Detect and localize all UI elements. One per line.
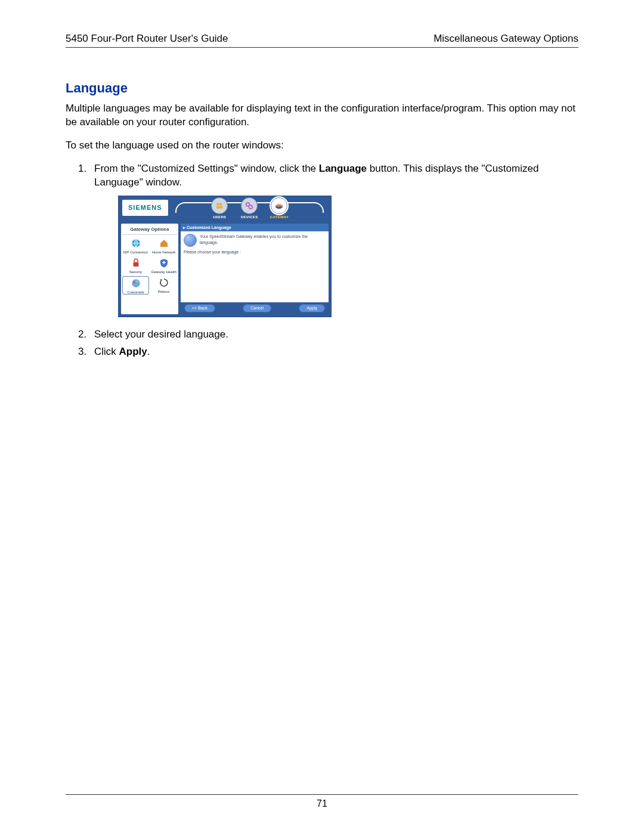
home-network-icon: [157, 237, 171, 250]
devices-icon: [241, 197, 258, 214]
svg-point-4: [249, 205, 253, 209]
section-title: Language: [66, 80, 578, 96]
sidebar-item-health[interactable]: Gateway Health: [150, 256, 177, 274]
customize-icon: [129, 277, 143, 290]
panel-intro-text: Your SpeedStream Gateway enables you to …: [200, 234, 326, 245]
language-globe-icon: [184, 234, 197, 247]
gateway-options-sidebar: Gateway Options ISP Connection Home Netw…: [121, 224, 178, 314]
svg-point-8: [133, 281, 135, 283]
sidebar-item-home[interactable]: Home Network: [150, 237, 177, 255]
page-footer: 71: [66, 794, 578, 809]
back-button[interactable]: << Back: [184, 304, 215, 312]
cancel-button[interactable]: Cancel: [243, 304, 271, 312]
brand-logo: SIEMENS: [122, 200, 168, 216]
content-panel: ▸ Customized Language Your SpeedStream G…: [181, 224, 329, 314]
panel-footer: << Back Cancel Apply: [181, 302, 329, 314]
svg-rect-2: [216, 206, 223, 208]
step-2: Select your desired language.: [89, 328, 578, 342]
step-1: From the "Customized Settings" window, c…: [89, 162, 578, 317]
reboot-icon: [157, 276, 171, 289]
tab-users[interactable]: USERS: [206, 197, 233, 219]
sidebar-item-security[interactable]: Security: [122, 256, 149, 274]
tab-devices[interactable]: DEVICES: [236, 197, 262, 219]
sidebar-item-customize[interactable]: Customize: [122, 276, 149, 295]
sidebar-item-reboot[interactable]: Reboot: [150, 276, 177, 295]
svg-point-9: [136, 280, 138, 282]
security-icon: [129, 256, 143, 270]
ui-screenshot: SIEMENS USERS: [118, 196, 332, 317]
tab-gateway[interactable]: GATEWAY: [266, 197, 292, 219]
intro-paragraph-1: Multiple languages may be available for …: [66, 102, 578, 129]
svg-point-10: [136, 283, 138, 285]
gateway-health-icon: [157, 256, 171, 270]
svg-point-0: [217, 203, 220, 206]
users-icon: [211, 197, 228, 214]
panel-prompt: Please choose your language :: [184, 249, 326, 255]
step-3: Click Apply.: [89, 345, 578, 359]
svg-rect-6: [133, 262, 138, 267]
apply-button[interactable]: Apply: [299, 304, 325, 312]
figure-customized-language: SIEMENS USERS: [118, 196, 578, 317]
page-number: 71: [317, 798, 327, 809]
svg-point-7: [132, 279, 140, 287]
gateway-icon: [271, 197, 287, 214]
isp-icon: [129, 237, 143, 250]
sidebar-item-isp[interactable]: ISP Connection: [122, 237, 149, 255]
header-right: Miscellaneous Gateway Options: [434, 33, 578, 45]
header-left: 5450 Four-Port Router User's Guide: [66, 33, 228, 45]
top-nav: USERS DEVICES: [168, 197, 331, 219]
page-header: 5450 Four-Port Router User's Guide Misce…: [66, 33, 578, 48]
panel-title: ▸ Customized Language: [181, 224, 329, 231]
intro-paragraph-2: To set the language used on the router w…: [66, 139, 578, 153]
svg-point-1: [219, 203, 222, 206]
steps-list: From the "Customized Settings" window, c…: [66, 162, 578, 359]
sidebar-title: Gateway Options: [122, 225, 177, 236]
